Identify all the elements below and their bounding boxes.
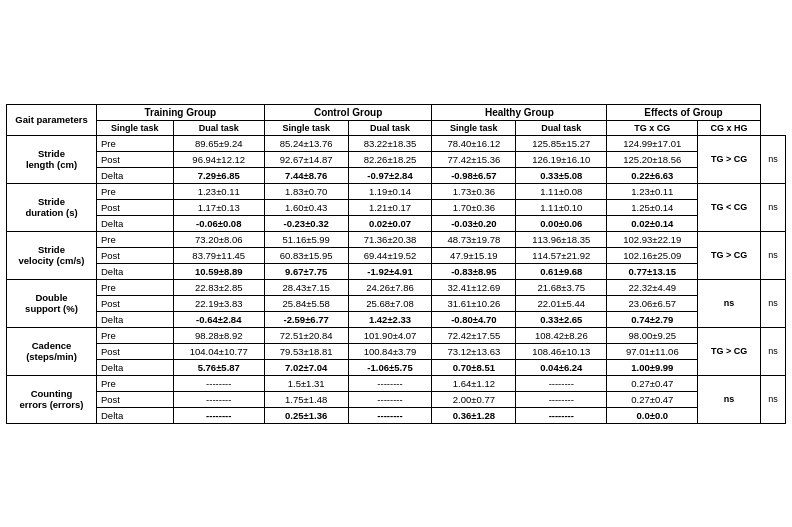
data-cell: 32.41±12.69 xyxy=(432,279,516,295)
gait-param-label: Doublesupport (%) xyxy=(7,279,97,327)
data-cell: 125.85±15.27 xyxy=(516,135,607,151)
data-cell: 108.42±8.26 xyxy=(516,327,607,343)
data-cell: 7.29±6.85 xyxy=(173,167,264,183)
phase-label: Delta xyxy=(97,407,174,423)
data-cell: -0.64±2.84 xyxy=(173,311,264,327)
data-cell: 0.00±0.06 xyxy=(516,215,607,231)
sub-hg-dual: Dual task xyxy=(516,120,607,135)
data-cell: 0.0±0.0 xyxy=(607,407,698,423)
data-cell: 85.24±13.76 xyxy=(264,135,348,151)
data-cell: 0.61±9.68 xyxy=(516,263,607,279)
data-cell: 0.22±6.63 xyxy=(607,167,698,183)
data-cell: 25.84±5.58 xyxy=(264,295,348,311)
data-cell: 22.19±3.83 xyxy=(173,295,264,311)
data-cell: 23.06±6.57 xyxy=(607,295,698,311)
phase-label: Post xyxy=(97,247,174,263)
data-cell: -0.97±2.84 xyxy=(348,167,432,183)
phase-label: Post xyxy=(97,295,174,311)
data-cell: -------- xyxy=(516,375,607,391)
header-gait-params: Gait parameters xyxy=(7,104,97,135)
data-cell: 2.00±0.77 xyxy=(432,391,516,407)
data-cell: -------- xyxy=(348,391,432,407)
data-cell: 82.26±18.25 xyxy=(348,151,432,167)
data-cell: 60.83±15.95 xyxy=(264,247,348,263)
data-cell: 100.84±3.79 xyxy=(348,343,432,359)
data-cell: 83.22±18.35 xyxy=(348,135,432,151)
data-cell: 71.36±20.38 xyxy=(348,231,432,247)
data-cell: 92.67±14.87 xyxy=(264,151,348,167)
gait-parameters-table: Gait parameters Training Group Control G… xyxy=(6,104,786,424)
phase-label: Delta xyxy=(97,167,174,183)
data-cell: 83.79±11.45 xyxy=(173,247,264,263)
phase-label: Pre xyxy=(97,231,174,247)
data-cell: 1.00±9.99 xyxy=(607,359,698,375)
effect-tg-cg: TG > CG xyxy=(698,327,760,375)
phase-label: Pre xyxy=(97,135,174,151)
effect-tg-cg: TG > CG xyxy=(698,135,760,183)
data-cell: 69.44±19.52 xyxy=(348,247,432,263)
data-cell: 48.73±19.78 xyxy=(432,231,516,247)
phase-label: Delta xyxy=(97,215,174,231)
data-cell: 1.25±0.14 xyxy=(607,199,698,215)
table-container: Gait parameters Training Group Control G… xyxy=(6,104,786,424)
data-cell: 7.44±8.76 xyxy=(264,167,348,183)
phase-label: Post xyxy=(97,391,174,407)
effect-cg-hg: ns xyxy=(760,327,785,375)
data-cell: -0.03±0.20 xyxy=(432,215,516,231)
data-cell: 0.27±0.47 xyxy=(607,391,698,407)
data-cell: 1.64±1.12 xyxy=(432,375,516,391)
data-cell: 0.25±1.36 xyxy=(264,407,348,423)
effect-tg-cg: ns xyxy=(698,279,760,327)
data-cell: 1.70±0.36 xyxy=(432,199,516,215)
data-cell: 25.68±7.08 xyxy=(348,295,432,311)
data-cell: 1.42±2.33 xyxy=(348,311,432,327)
effect-cg-hg: ns xyxy=(760,183,785,231)
data-cell: 21.68±3.75 xyxy=(516,279,607,295)
data-cell: 0.36±1.28 xyxy=(432,407,516,423)
phase-label: Pre xyxy=(97,327,174,343)
data-cell: 22.83±2.85 xyxy=(173,279,264,295)
effect-cg-hg: ns xyxy=(760,135,785,183)
data-cell: 0.04±6.24 xyxy=(516,359,607,375)
data-cell: 1.23±0.11 xyxy=(173,183,264,199)
effect-cg-hg: ns xyxy=(760,279,785,327)
effect-cg-hg: ns xyxy=(760,375,785,423)
sub-tg-dual: Dual task xyxy=(173,120,264,135)
phase-label: Pre xyxy=(97,375,174,391)
gait-param-label: Strideduration (s) xyxy=(7,183,97,231)
effect-tg-cg: ns xyxy=(698,375,760,423)
data-cell: 0.33±5.08 xyxy=(516,167,607,183)
data-cell: 98.00±9.25 xyxy=(607,327,698,343)
data-cell: 102.93±22.19 xyxy=(607,231,698,247)
data-cell: 125.20±18.56 xyxy=(607,151,698,167)
data-cell: 47.9±15.19 xyxy=(432,247,516,263)
data-cell: -0.83±8.95 xyxy=(432,263,516,279)
data-cell: -0.98±6.57 xyxy=(432,167,516,183)
data-cell: 102.16±25.09 xyxy=(607,247,698,263)
data-cell: 0.02±0.14 xyxy=(607,215,698,231)
phase-label: Delta xyxy=(97,311,174,327)
header-training-group: Training Group xyxy=(97,104,265,120)
gait-param-label: Cadence(steps/min) xyxy=(7,327,97,375)
data-cell: -------- xyxy=(173,375,264,391)
data-cell: 0.02±0.07 xyxy=(348,215,432,231)
data-cell: 7.02±7.04 xyxy=(264,359,348,375)
data-cell: -1.92±4.91 xyxy=(348,263,432,279)
data-cell: 1.75±1.48 xyxy=(264,391,348,407)
data-cell: 22.01±5.44 xyxy=(516,295,607,311)
gait-param-label: Stridelength (cm) xyxy=(7,135,97,183)
gait-param-label: Countingerrors (errors) xyxy=(7,375,97,423)
header-effects-group: Effects of Group xyxy=(607,104,760,120)
header-control-group: Control Group xyxy=(264,104,432,120)
data-cell: 28.43±7.15 xyxy=(264,279,348,295)
data-cell: 73.20±8.06 xyxy=(173,231,264,247)
data-cell: 9.67±7.75 xyxy=(264,263,348,279)
data-cell: 104.04±10.77 xyxy=(173,343,264,359)
data-cell: 22.32±4.49 xyxy=(607,279,698,295)
data-cell: -------- xyxy=(173,407,264,423)
data-cell: 78.40±16.12 xyxy=(432,135,516,151)
data-cell: 97.01±11.06 xyxy=(607,343,698,359)
phase-label: Pre xyxy=(97,279,174,295)
data-cell: -------- xyxy=(516,391,607,407)
sub-tg-single: Single task xyxy=(97,120,174,135)
